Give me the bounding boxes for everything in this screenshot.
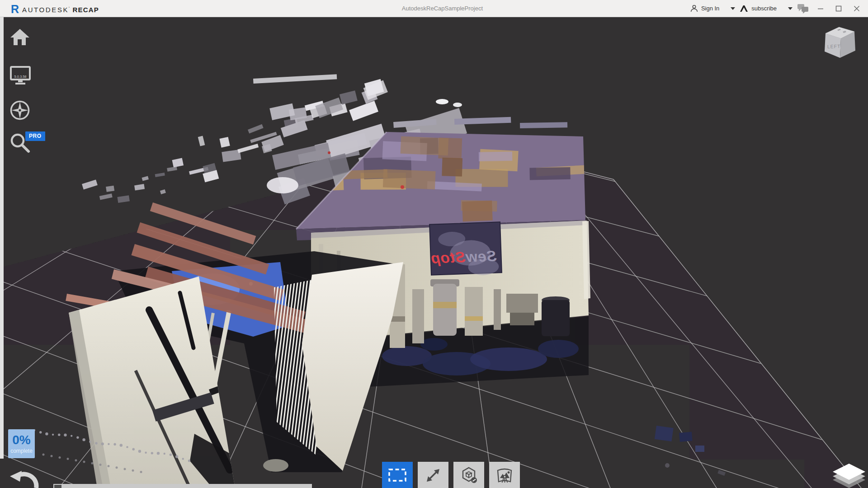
viewcube-face-label: LEFT [827, 43, 841, 49]
progress-label: complete [10, 448, 33, 454]
compass-icon [9, 99, 31, 121]
minimize-button[interactable] [814, 0, 827, 17]
dashed-rectangle-icon [387, 466, 407, 484]
brand-recap: RECAP [72, 6, 99, 14]
autodesk-a-icon [740, 5, 748, 12]
diagonal-arrow-icon [424, 466, 442, 484]
pro-badge: PRO [25, 131, 45, 141]
version-label: 5.0.3.58 [14, 75, 26, 79]
maximize-button[interactable] [832, 0, 845, 17]
sidebar-item-project-display[interactable]: 5.0.3.58 [9, 65, 33, 89]
tool-window-selection[interactable] [382, 462, 413, 488]
close-button[interactable] [850, 0, 863, 17]
minimize-icon [817, 5, 824, 12]
recap-application-window: SewStop [0, 0, 868, 488]
titlebar: R AUTODESK' RECAP AutodeskReCapSamplePro… [0, 0, 868, 17]
sign-text: SewStop [430, 248, 497, 267]
camera-tripod-icon [495, 466, 514, 485]
project-title: AutodeskReCapSampleProject [194, 5, 690, 12]
sign-in-dropdown-caret[interactable] [731, 7, 735, 10]
undo-back-button[interactable] [6, 468, 43, 488]
left-panel-edge [0, 17, 4, 459]
sidebar-item-home[interactable] [9, 26, 33, 50]
viewcube[interactable]: LEFT [819, 23, 863, 66]
bottom-scrollbar-handle[interactable] [54, 485, 61, 488]
recap-r-logo-icon: R [11, 4, 19, 15]
progress-indicator[interactable]: 0% complete [8, 429, 35, 458]
speech-bubbles-icon [797, 4, 809, 14]
monitor-icon: 5.0.3.58 [9, 65, 32, 87]
subscribe-button[interactable]: subscribe [740, 5, 793, 12]
sewstop-sign: SewStop [429, 222, 502, 277]
view-toolbar [382, 462, 520, 488]
feedback-chat-button[interactable] [797, 4, 809, 14]
brand-autodesk: AUTODESK' [22, 6, 71, 14]
cube-badge-icon [460, 466, 478, 484]
maximize-icon [835, 5, 842, 12]
tool-scan-locations[interactable] [489, 462, 520, 488]
point-cloud-viewport[interactable]: SewStop [0, 0, 868, 488]
sign-in-button[interactable]: Sign In [690, 5, 735, 12]
app-logo: R AUTODESK' RECAP [0, 3, 194, 14]
house-icon [9, 26, 31, 48]
progress-percent: 0% [12, 434, 30, 446]
close-icon [853, 5, 860, 12]
sidebar-item-navigation[interactable] [9, 99, 33, 123]
view-stack-button[interactable] [831, 462, 867, 488]
tool-measure-distance[interactable] [418, 462, 448, 488]
bottom-scrollbar[interactable] [53, 484, 312, 488]
subscribe-dropdown-caret[interactable] [788, 7, 793, 10]
layers-icon [831, 462, 867, 488]
person-outline-icon [690, 5, 698, 12]
tool-limit-box[interactable] [453, 462, 484, 488]
back-arrow-icon [6, 468, 43, 488]
